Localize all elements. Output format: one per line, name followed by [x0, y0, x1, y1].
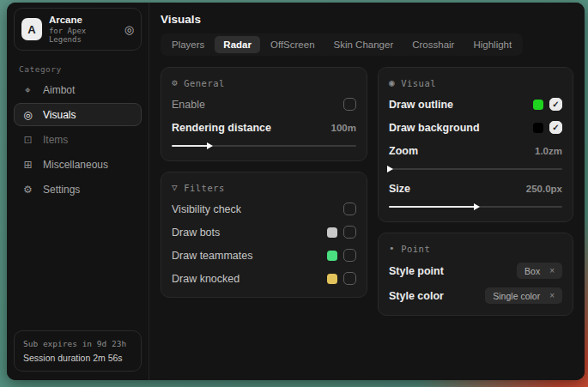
- arcane-window: A Arcane for Apex Legends ◎ Category ⌖ A…: [7, 3, 585, 380]
- slider-thumb[interactable]: [207, 142, 213, 149]
- draw-background-checkbox[interactable]: ✓: [549, 121, 562, 134]
- tab-radar[interactable]: Radar: [215, 36, 260, 53]
- size-slider[interactable]: [389, 203, 562, 210]
- draw-teammates-checkbox[interactable]: ✓: [343, 249, 356, 262]
- slider-fill: [389, 206, 476, 208]
- point-panel: • Point Style point Box × Style color S: [378, 233, 573, 316]
- size-label: Size: [389, 183, 410, 195]
- size-value: 250.0px: [526, 184, 562, 194]
- draw-background-color-swatch[interactable]: [533, 123, 543, 133]
- draw-teammates-label: Draw teammates: [172, 250, 252, 262]
- draw-teammates-color-swatch[interactable]: [327, 251, 337, 261]
- style-point-value: Box: [524, 266, 540, 276]
- style-color-label: Style color: [389, 290, 444, 302]
- visual-panel: ◉ Visual Draw outline ✓ Draw background: [378, 67, 573, 222]
- panel-title: Point: [401, 244, 430, 254]
- main-content: Visuals Players Radar OffScreen Skin Cha…: [149, 3, 585, 380]
- check-icon: ✓: [552, 100, 559, 109]
- general-panel: ⚙ General Enable ✓ Rendering distance 10…: [161, 67, 367, 161]
- draw-bots-row: Draw bots ✓: [172, 225, 356, 239]
- app-subtitle: for Apex Legends: [49, 27, 118, 44]
- sub-expiry-text: Sub expires in 9d 23h: [23, 339, 132, 348]
- style-color-row: Style color Single color ×: [389, 287, 562, 304]
- visibility-check-row: Visibility check ✓: [172, 202, 356, 216]
- tab-players[interactable]: Players: [163, 36, 213, 53]
- right-column: ◉ Visual Draw outline ✓ Draw background: [378, 67, 573, 316]
- grid-icon: ⊞: [21, 159, 34, 171]
- draw-knocked-checkbox[interactable]: ✓: [343, 272, 356, 285]
- visuals-tabbar: Players Radar OffScreen Skin Changer Cro…: [161, 33, 523, 56]
- target-icon[interactable]: ◎: [124, 23, 134, 36]
- funnel-icon: ▽: [172, 182, 178, 193]
- clear-icon[interactable]: ×: [549, 266, 555, 275]
- zoom-slider[interactable]: [389, 165, 562, 172]
- sidebar-item-label: Items: [43, 134, 68, 146]
- app-logo: A: [21, 18, 42, 40]
- rendering-distance-slider[interactable]: [172, 142, 356, 149]
- enable-label: Enable: [172, 99, 205, 111]
- tab-skin-changer[interactable]: Skin Changer: [325, 36, 403, 53]
- panel-title: General: [184, 78, 225, 88]
- draw-outline-checkbox[interactable]: ✓: [549, 98, 562, 111]
- rendering-distance-label: Rendering distance: [172, 122, 271, 134]
- draw-knocked-color-swatch[interactable]: [327, 274, 337, 284]
- draw-bots-color-swatch[interactable]: [327, 227, 337, 238]
- panel-title: Visual: [401, 78, 436, 88]
- filters-panel-header: ▽ Filters: [172, 182, 356, 193]
- draw-bots-checkbox[interactable]: ✓: [343, 226, 356, 239]
- sidebar-item-label: Settings: [43, 184, 80, 196]
- eye-icon: ◉: [389, 77, 395, 88]
- filters-panel: ▽ Filters Visibility check ✓ Draw bots: [161, 172, 367, 298]
- style-point-select[interactable]: Box ×: [517, 263, 562, 279]
- draw-outline-row: Draw outline ✓: [389, 97, 562, 112]
- crosshair-icon: ⌖: [21, 84, 34, 96]
- zoom-label: Zoom: [389, 145, 418, 157]
- draw-background-label: Draw background: [389, 122, 480, 134]
- zoom-row: Zoom 1.0zm: [389, 143, 562, 158]
- tab-offscreen[interactable]: OffScreen: [262, 36, 324, 53]
- sidebar-item-aimbot[interactable]: ⌖ Aimbot: [14, 78, 142, 101]
- visibility-check-label: Visibility check: [172, 203, 241, 215]
- slider-track: [389, 168, 562, 170]
- gear-icon: ⚙: [21, 184, 34, 196]
- app-titles: Arcane for Apex Legends: [49, 15, 118, 44]
- app-header: A Arcane for Apex Legends ◎: [14, 8, 142, 51]
- sidebar-item-label: Miscellaneous: [43, 159, 108, 171]
- enable-checkbox[interactable]: ✓: [343, 98, 356, 111]
- draw-knocked-label: Draw knocked: [172, 273, 239, 285]
- box-icon: ⊡: [21, 134, 34, 146]
- sidebar-item-settings[interactable]: ⚙ Settings: [14, 178, 142, 201]
- draw-outline-label: Draw outline: [389, 99, 453, 111]
- panel-title: Filters: [184, 183, 225, 193]
- draw-background-row: Draw background ✓: [389, 120, 562, 135]
- visibility-check-checkbox[interactable]: ✓: [343, 203, 356, 215]
- style-point-row: Style point Box ×: [389, 263, 562, 279]
- slider-thumb[interactable]: [474, 203, 480, 210]
- style-point-label: Style point: [389, 265, 444, 277]
- slider-thumb[interactable]: [387, 166, 393, 172]
- session-info-box: Sub expires in 9d 23h Session duration 2…: [14, 330, 142, 372]
- tab-crosshair[interactable]: Crosshair: [403, 36, 463, 53]
- clear-icon[interactable]: ×: [549, 291, 555, 300]
- sidebar-item-items[interactable]: ⊡ Items: [14, 128, 142, 151]
- draw-outline-color-swatch[interactable]: [533, 100, 543, 110]
- style-color-select[interactable]: Single color ×: [485, 287, 562, 304]
- sidebar-item-label: Visuals: [43, 109, 76, 121]
- general-panel-header: ⚙ General: [172, 77, 356, 88]
- draw-teammates-row: Draw teammates ✓: [172, 248, 356, 263]
- draw-knocked-row: Draw knocked ✓: [172, 271, 356, 286]
- category-label: Category: [19, 64, 136, 74]
- tab-highlight[interactable]: Highlight: [464, 36, 520, 53]
- left-column: ⚙ General Enable ✓ Rendering distance 10…: [161, 67, 367, 298]
- style-color-value: Single color: [493, 291, 540, 301]
- sidebar-item-visuals[interactable]: ◎ Visuals: [14, 103, 142, 126]
- zoom-value: 1.0zm: [535, 146, 562, 156]
- sidebar-item-label: Aimbot: [43, 84, 75, 96]
- radar-icon: ◎: [21, 109, 34, 121]
- visual-panel-header: ◉ Visual: [389, 77, 562, 88]
- sidebar: A Arcane for Apex Legends ◎ Category ⌖ A…: [7, 3, 149, 380]
- rendering-distance-row: Rendering distance 100m: [172, 120, 356, 135]
- panels-area: ⚙ General Enable ✓ Rendering distance 10…: [161, 67, 573, 316]
- sidebar-item-miscellaneous[interactable]: ⊞ Miscellaneous: [14, 153, 142, 176]
- check-icon: ✓: [552, 124, 559, 132]
